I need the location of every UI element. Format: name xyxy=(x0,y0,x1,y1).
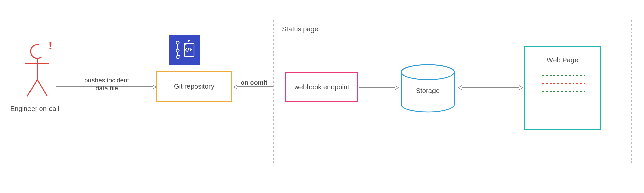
connector-push-label: pushes incident data file xyxy=(73,76,141,92)
svg-line-3 xyxy=(27,80,37,96)
status-line-ok xyxy=(541,91,585,92)
status-line-ok xyxy=(541,75,585,76)
git-repository-node: Git repository xyxy=(156,71,232,102)
architecture-diagram: ! Engineer on-call pushes incident data … xyxy=(0,0,644,193)
git-repository-label: Git repository xyxy=(174,83,214,90)
connector-storage-webpage xyxy=(458,87,523,88)
svg-line-4 xyxy=(37,80,47,96)
svg-line-10 xyxy=(188,48,189,52)
arrow-left-icon xyxy=(458,85,462,90)
webhook-endpoint-node: webhook endpoint xyxy=(285,72,358,102)
storage-node: Storage xyxy=(399,63,457,114)
status-page-title: Status page xyxy=(282,25,318,33)
status-page-group: Status page webhook endpoint Storage Web… xyxy=(273,19,632,164)
status-line-error xyxy=(541,83,585,84)
storage-label: Storage xyxy=(399,87,457,95)
connector-webhook-storage xyxy=(359,87,398,88)
svg-point-5 xyxy=(176,41,179,44)
arrow-right-icon xyxy=(519,85,523,90)
web-page-node: Web Page xyxy=(524,46,601,130)
web-page-title: Web Page xyxy=(525,56,600,64)
codecommit-icon xyxy=(169,35,200,65)
alert-symbol: ! xyxy=(48,39,52,52)
webhook-endpoint-label: webhook endpoint xyxy=(294,83,349,91)
arrow-right-icon xyxy=(395,85,399,90)
alert-bubble: ! xyxy=(39,34,62,57)
svg-point-6 xyxy=(176,49,179,52)
connector-commit-label: on comit xyxy=(241,79,267,87)
actor-label: Engineer on-call xyxy=(10,105,71,113)
arrow-left-icon xyxy=(233,85,237,89)
